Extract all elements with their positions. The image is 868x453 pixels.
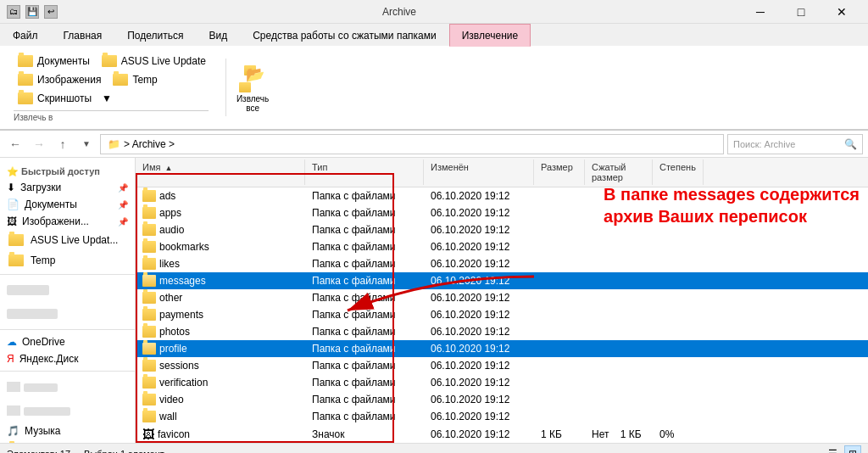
status-items: Элементов: 17 [7, 449, 70, 454]
col-header-modified[interactable]: Изменён [424, 159, 534, 185]
blur-placeholder-2 [7, 309, 58, 319]
ribbon-tabs: Файл Главная Поделиться Вид Средства раб… [0, 24, 868, 46]
documents-icon: 📄 [7, 199, 19, 210]
downloads-icon: ⬇ [7, 182, 15, 193]
file-row[interactable]: apps Папка с файлами 06.10.2020 19:12 [136, 204, 868, 221]
sidebar-item-temp[interactable]: Temp [0, 250, 135, 271]
tab-extraction[interactable]: Извлечение [449, 24, 531, 47]
list-view-button[interactable]: ☰ [824, 445, 841, 454]
search-icon: 🔍 [844, 138, 857, 150]
yandex-icon: Я [7, 353, 14, 365]
file-row[interactable]: video Папка с файлами 06.10.2020 19:12 [136, 391, 868, 408]
close-button[interactable]: ✕ [822, 0, 861, 24]
folder-icon [142, 275, 156, 287]
pin-icon-documents: 📌 [118, 200, 128, 210]
folder-images-icon [18, 74, 33, 86]
tab-home[interactable]: Главная [51, 24, 115, 47]
detail-view-button[interactable]: ⊞ [844, 445, 861, 454]
folder-icon [142, 224, 156, 236]
col-header-ratio[interactable]: Степень [653, 159, 704, 185]
folder-icon [142, 207, 156, 219]
file-row[interactable]: ads Папка с файлами 06.10.2020 19:12 [136, 187, 868, 204]
save-icon: 💾 [25, 5, 39, 19]
col-header-compressed[interactable]: Сжатый размер [585, 159, 653, 185]
favicon-icon: 🖼 [142, 428, 154, 441]
address-bar: ← → ↑ ▼ 📁 > Archive > Поиск: Archive 🔍 [0, 131, 868, 158]
file-row[interactable]: payments Папка с файлами 06.10.2020 19:1… [136, 306, 868, 323]
view-controls: ☰ ⊞ [824, 445, 861, 454]
onedrive-icon: ☁ [7, 336, 17, 348]
blur-placeholder [7, 285, 49, 295]
folder-icon [142, 190, 156, 202]
address-path-input[interactable]: 📁 > Archive > [100, 134, 724, 154]
col-header-type[interactable]: Тип [305, 159, 424, 185]
file-row-messages[interactable]: messages Папка с файлами 06.10.2020 19:1… [136, 272, 868, 289]
forward-button[interactable]: → [29, 134, 49, 154]
address-text: > Archive > [124, 138, 175, 150]
sidebar-item-images[interactable]: 🖼 Изображени... 📌 [0, 213, 135, 230]
file-row[interactable]: likes Папка с файлами 06.10.2020 19:12 [136, 255, 868, 272]
quick-access-icon: 🗂 [7, 5, 20, 19]
col-header-size[interactable]: Размер [534, 159, 585, 185]
folder-icon [142, 309, 156, 321]
folder-icon [142, 343, 156, 355]
file-list: Имя ▲ Тип Изменён Размер Сжатый размер С… [136, 158, 868, 443]
sidebar-item-yandex[interactable]: Я Яндекс.Диск [0, 350, 135, 367]
search-placeholder: Поиск: Archive [733, 139, 795, 149]
maximize-button[interactable]: □ [782, 0, 821, 24]
tab-compress[interactable]: Средства работы со сжатыми папками [240, 24, 449, 47]
sidebar-item-music[interactable]: 🎵 Музыка [0, 422, 135, 439]
ribbon-folder-docs[interactable]: Документы [14, 53, 92, 70]
folder-asus-sidebar-icon [8, 234, 24, 246]
ribbon-folder-images[interactable]: Изображения [14, 71, 103, 88]
folder-icon [142, 292, 156, 304]
folder-icon [142, 326, 156, 338]
search-box[interactable]: Поиск: Archive 🔍 [727, 134, 863, 154]
extract-all-button[interactable]: 📂 Извлечьвсе [225, 59, 279, 116]
title-bar: 🗂 💾 ↩ Archive ─ □ ✕ [0, 0, 868, 24]
sidebar-item-onedrive[interactable]: ☁ OneDrive [0, 333, 135, 350]
tab-share[interactable]: Поделиться [114, 24, 196, 47]
ribbon-content: Документы ASUS Live Update Изображения T… [0, 46, 868, 130]
sidebar-item-blur3[interactable] [0, 375, 135, 399]
sidebar-divider-1 [0, 274, 135, 275]
tab-file[interactable]: Файл [0, 24, 51, 47]
sidebar-divider-2 [0, 329, 135, 330]
file-row[interactable]: wall Папка с файлами 06.10.2020 19:12 [136, 408, 868, 425]
file-row[interactable]: verification Папка с файлами 06.10.2020 … [136, 374, 868, 391]
file-row[interactable]: other Папка с файлами 06.10.2020 19:12 [136, 289, 868, 306]
col-header-name[interactable]: Имя ▲ [136, 159, 305, 185]
folder-icon [142, 258, 156, 270]
minimize-button[interactable]: ─ [741, 0, 780, 24]
sidebar-item-documents[interactable]: 📄 Документы 📌 [0, 196, 135, 213]
file-row[interactable]: audio Папка с файлами 06.10.2020 19:12 [136, 221, 868, 238]
file-row[interactable]: bookmarks Папка с файлами 06.10.2020 19:… [136, 238, 868, 255]
up-button[interactable]: ↑ [53, 134, 73, 154]
file-row[interactable]: sessions Папка с файлами 06.10.2020 19:1… [136, 357, 868, 374]
folder-temp-sidebar-icon [8, 254, 24, 266]
sidebar-item-screenshots[interactable]: Скриншоты [0, 439, 135, 443]
ribbon-folder-temp[interactable]: Temp [108, 71, 159, 88]
file-row[interactable]: photos Папка с файлами 06.10.2020 19:12 [136, 323, 868, 340]
recent-locations-button[interactable]: ▼ [76, 134, 97, 154]
ribbon-folder-asus[interactable]: ASUS Live Update [97, 53, 209, 70]
ribbon-folder-screenshots[interactable]: Скриншоты [14, 90, 94, 107]
back-button[interactable]: ← [5, 134, 25, 154]
ribbon-extract-scroll[interactable]: ▼ [99, 92, 114, 105]
status-bar: Элементов: 17 Выбран 1 элемент ☰ ⊞ [0, 443, 868, 453]
sidebar-item-asus[interactable]: ASUS Live Updat... [0, 230, 135, 250]
tab-view[interactable]: Вид [196, 24, 240, 47]
sidebar-item-blur4[interactable] [0, 399, 135, 422]
folder-icon [142, 241, 156, 253]
sidebar: ⭐ Быстрый доступ ⬇ Загрузки 📌 📄 Документ… [0, 158, 136, 443]
music-icon: 🎵 [7, 425, 19, 437]
main-area: ⭐ Быстрый доступ ⬇ Загрузки 📌 📄 Документ… [0, 158, 868, 443]
file-row-profile[interactable]: profile Папка с файлами 06.10.2020 19:12 [136, 340, 868, 357]
sidebar-item-downloads[interactable]: ⬇ Загрузки 📌 [0, 179, 135, 196]
sidebar-item-blur1[interactable] [0, 278, 135, 302]
sidebar-item-blur2[interactable] [0, 302, 135, 326]
pin-icon-downloads: 📌 [118, 183, 128, 193]
extract-all-label: Извлечьвсе [236, 94, 269, 113]
file-row[interactable]: 🖼favicon Значок 06.10.2020 19:12 1 КБ Не… [136, 425, 868, 443]
file-list-header: Имя ▲ Тип Изменён Размер Сжатый размер С… [136, 158, 868, 187]
